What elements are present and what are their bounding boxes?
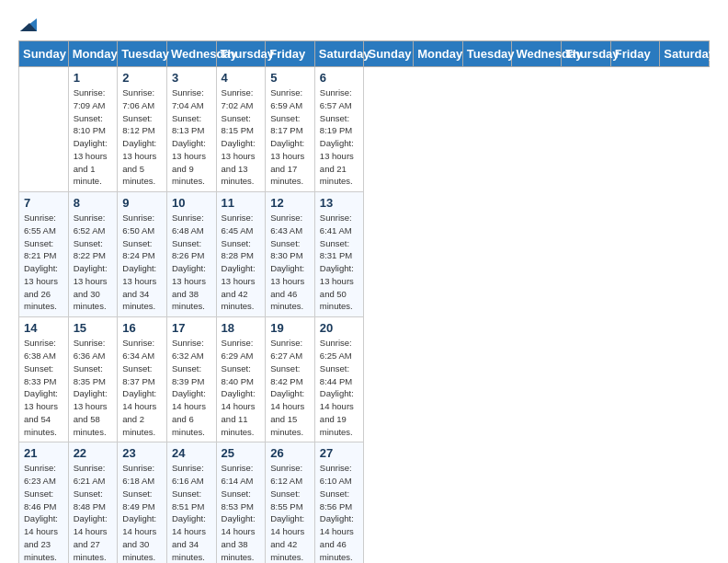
calendar-cell: 16Sunrise: 6:34 AMSunset: 8:37 PMDayligh… — [118, 317, 167, 442]
logo-icon — [20, 18, 37, 31]
day-info: Sunrise: 7:02 AMSunset: 8:15 PMDaylight:… — [222, 86, 261, 188]
column-header-monday: Monday — [68, 41, 118, 67]
day-info: Sunrise: 6:23 AMSunset: 8:46 PMDaylight:… — [24, 462, 63, 563]
day-info: Sunrise: 6:18 AMSunset: 8:49 PMDaylight:… — [122, 462, 162, 563]
day-number: 18 — [222, 321, 261, 335]
day-number: 12 — [270, 196, 310, 210]
calendar-cell: 14Sunrise: 6:38 AMSunset: 8:33 PMDayligh… — [19, 317, 69, 442]
calendar-cell: 5Sunrise: 6:59 AMSunset: 8:17 PMDaylight… — [266, 67, 315, 192]
day-info: Sunrise: 6:48 AMSunset: 8:26 PMDaylight:… — [172, 212, 211, 313]
day-number: 4 — [222, 71, 261, 85]
calendar-cell: 20Sunrise: 6:25 AMSunset: 8:44 PMDayligh… — [314, 317, 364, 442]
day-info: Sunrise: 6:16 AMSunset: 8:51 PMDaylight:… — [172, 462, 211, 563]
day-info: Sunrise: 6:14 AMSunset: 8:53 PMDaylight:… — [222, 462, 261, 563]
calendar-cell: 10Sunrise: 6:48 AMSunset: 8:26 PMDayligh… — [166, 192, 216, 317]
day-info: Sunrise: 6:57 AMSunset: 8:19 PMDaylight:… — [320, 86, 359, 188]
calendar-cell: 21Sunrise: 6:23 AMSunset: 8:46 PMDayligh… — [19, 442, 69, 563]
day-info: Sunrise: 6:55 AMSunset: 8:21 PMDaylight:… — [24, 212, 63, 313]
calendar-cell — [19, 67, 69, 192]
calendar-week-row: 1Sunrise: 7:09 AMSunset: 8:10 PMDaylight… — [19, 67, 710, 192]
day-number: 5 — [270, 71, 310, 85]
column-header-wednesday: Wednesday — [512, 41, 562, 67]
calendar-cell: 19Sunrise: 6:27 AMSunset: 8:42 PMDayligh… — [266, 317, 315, 442]
calendar-cell: 4Sunrise: 7:02 AMSunset: 8:15 PMDaylight… — [216, 67, 266, 192]
day-number: 27 — [320, 446, 359, 460]
calendar-cell: 13Sunrise: 6:41 AMSunset: 8:31 PMDayligh… — [314, 192, 364, 317]
calendar-cell: 8Sunrise: 6:52 AMSunset: 8:22 PMDaylight… — [68, 192, 118, 317]
day-info: Sunrise: 6:59 AMSunset: 8:17 PMDaylight:… — [270, 86, 310, 188]
day-info: Sunrise: 6:52 AMSunset: 8:22 PMDaylight:… — [74, 212, 113, 313]
day-number: 10 — [172, 196, 211, 210]
calendar-cell: 11Sunrise: 6:45 AMSunset: 8:28 PMDayligh… — [216, 192, 266, 317]
day-number: 8 — [74, 196, 113, 210]
calendar-cell: 6Sunrise: 6:57 AMSunset: 8:19 PMDaylight… — [314, 67, 364, 192]
calendar-header-row: SundayMondayTuesdayWednesdayThursdayFrid… — [19, 41, 710, 67]
column-header-tuesday: Tuesday — [462, 41, 512, 67]
day-info: Sunrise: 6:36 AMSunset: 8:35 PMDaylight:… — [74, 337, 113, 438]
column-header-monday: Monday — [414, 41, 463, 67]
day-info: Sunrise: 6:25 AMSunset: 8:44 PMDaylight:… — [320, 337, 359, 438]
day-number: 23 — [122, 446, 162, 460]
day-info: Sunrise: 6:45 AMSunset: 8:28 PMDaylight:… — [222, 212, 261, 313]
calendar-cell: 23Sunrise: 6:18 AMSunset: 8:49 PMDayligh… — [118, 442, 167, 563]
calendar-cell: 17Sunrise: 6:32 AMSunset: 8:39 PMDayligh… — [166, 317, 216, 442]
calendar-cell: 25Sunrise: 6:14 AMSunset: 8:53 PMDayligh… — [216, 442, 266, 563]
day-info: Sunrise: 6:21 AMSunset: 8:48 PMDaylight:… — [74, 462, 113, 563]
day-info: Sunrise: 7:09 AMSunset: 8:10 PMDaylight:… — [74, 86, 113, 188]
calendar-cell: 15Sunrise: 6:36 AMSunset: 8:35 PMDayligh… — [68, 317, 118, 442]
day-number: 13 — [320, 196, 359, 210]
day-info: Sunrise: 7:06 AMSunset: 8:12 PMDaylight:… — [122, 86, 162, 188]
day-number: 14 — [24, 321, 63, 335]
column-header-saturday: Saturday — [660, 41, 710, 67]
day-number: 9 — [122, 196, 162, 210]
day-number: 21 — [24, 446, 63, 460]
calendar-cell: 12Sunrise: 6:43 AMSunset: 8:30 PMDayligh… — [266, 192, 315, 317]
column-header-friday: Friday — [266, 41, 315, 67]
day-number: 16 — [122, 321, 162, 335]
day-info: Sunrise: 6:32 AMSunset: 8:39 PMDaylight:… — [172, 337, 211, 438]
calendar-cell: 27Sunrise: 6:10 AMSunset: 8:56 PMDayligh… — [314, 442, 364, 563]
column-header-friday: Friday — [610, 41, 660, 67]
day-number: 25 — [222, 446, 261, 460]
day-number: 15 — [74, 321, 113, 335]
calendar-cell: 3Sunrise: 7:04 AMSunset: 8:13 PMDaylight… — [166, 67, 216, 192]
day-number: 22 — [74, 446, 113, 460]
calendar-cell: 18Sunrise: 6:29 AMSunset: 8:40 PMDayligh… — [216, 317, 266, 442]
calendar-week-row: 7Sunrise: 6:55 AMSunset: 8:21 PMDaylight… — [19, 192, 710, 317]
day-number: 3 — [172, 71, 211, 85]
column-header-thursday: Thursday — [562, 41, 611, 67]
day-number: 20 — [320, 321, 359, 335]
calendar-week-row: 21Sunrise: 6:23 AMSunset: 8:46 PMDayligh… — [19, 442, 710, 563]
day-info: Sunrise: 6:10 AMSunset: 8:56 PMDaylight:… — [320, 462, 359, 563]
day-number: 1 — [74, 71, 113, 85]
column-header-tuesday: Tuesday — [118, 41, 167, 67]
day-info: Sunrise: 6:43 AMSunset: 8:30 PMDaylight:… — [270, 212, 310, 313]
day-info: Sunrise: 7:04 AMSunset: 8:13 PMDaylight:… — [172, 86, 211, 188]
calendar-cell: 7Sunrise: 6:55 AMSunset: 8:21 PMDaylight… — [19, 192, 69, 317]
column-header-thursday: Thursday — [216, 41, 266, 67]
calendar-cell: 9Sunrise: 6:50 AMSunset: 8:24 PMDaylight… — [118, 192, 167, 317]
column-header-saturday: Saturday — [314, 41, 364, 67]
calendar-table: SundayMondayTuesdayWednesdayThursdayFrid… — [18, 40, 710, 563]
day-info: Sunrise: 6:50 AMSunset: 8:24 PMDaylight:… — [122, 212, 162, 313]
column-header-sunday: Sunday — [364, 41, 414, 67]
day-number: 26 — [270, 446, 310, 460]
column-header-sunday: Sunday — [19, 41, 69, 67]
day-number: 24 — [172, 446, 211, 460]
calendar-cell: 1Sunrise: 7:09 AMSunset: 8:10 PMDaylight… — [68, 67, 118, 192]
calendar-cell: 24Sunrise: 6:16 AMSunset: 8:51 PMDayligh… — [166, 442, 216, 563]
day-info: Sunrise: 6:27 AMSunset: 8:42 PMDaylight:… — [270, 337, 310, 438]
calendar-cell: 2Sunrise: 7:06 AMSunset: 8:12 PMDaylight… — [118, 67, 167, 192]
day-info: Sunrise: 6:38 AMSunset: 8:33 PMDaylight:… — [24, 337, 63, 438]
day-info: Sunrise: 6:29 AMSunset: 8:40 PMDaylight:… — [222, 337, 261, 438]
day-number: 19 — [270, 321, 310, 335]
page-header — [18, 18, 710, 31]
column-header-wednesday: Wednesday — [166, 41, 216, 67]
logo — [18, 18, 37, 31]
day-number: 2 — [122, 71, 162, 85]
day-number: 17 — [172, 321, 211, 335]
calendar-cell: 26Sunrise: 6:12 AMSunset: 8:55 PMDayligh… — [266, 442, 315, 563]
day-number: 11 — [222, 196, 261, 210]
calendar-week-row: 14Sunrise: 6:38 AMSunset: 8:33 PMDayligh… — [19, 317, 710, 442]
day-number: 7 — [24, 196, 63, 210]
